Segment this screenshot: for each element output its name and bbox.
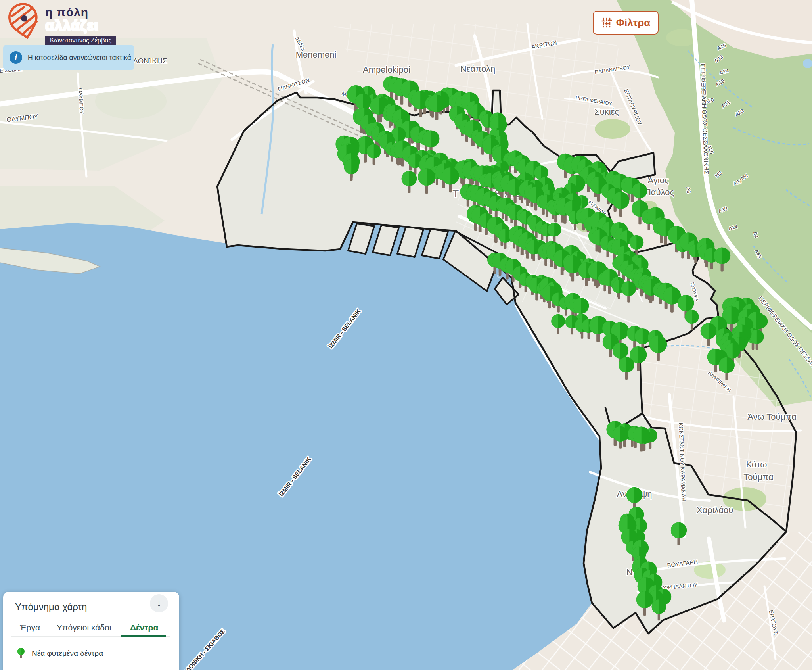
map-label: Νεάπολη (460, 64, 495, 74)
legend-collapse-button[interactable]: ↓ (150, 594, 168, 612)
svg-text:αλλάζει: αλλάζει (45, 18, 99, 34)
map-label: Χαριλάου (697, 505, 733, 515)
map-label: Άγιος (647, 175, 668, 185)
logo-pin-dot (21, 15, 27, 22)
site-logo[interactable]: η πόλη αλλάζει Κωνσταντίνος Ζέρβας (6, 3, 116, 45)
chevron-down-icon: ↓ (157, 598, 161, 609)
logo-pin-icon (6, 3, 42, 40)
legend-card: Υπόμνημα χάρτη ↓ Έργα Υπόγειοι κάδοι Δέν… (3, 592, 179, 670)
map-label: Τούμπα (743, 472, 774, 482)
map-label: Α6 (685, 186, 692, 194)
map-viewport: MenemeniAmpelokipoiΝεάποληΣυκιέςΆνω Πόλη… (0, 0, 812, 670)
logo-title-line1: η πόλη (45, 6, 88, 18)
banner-text: Η ιστοσελίδα ανανεώνεται τακτικά (28, 54, 131, 62)
map-canvas[interactable]: MenemeniAmpelokipoiΝεάποληΣυκιέςΆνω Πόλη… (0, 0, 812, 670)
tree-icon (17, 647, 25, 659)
legend-tabs: Έργα Υπόγειοι κάδοι Δέντρα (3, 623, 179, 636)
map-label: Παύλος (645, 187, 674, 197)
info-banner: i Η ιστοσελίδα ανανεώνεται τακτικά (3, 45, 134, 70)
logo-title-line2: αλλάζει (45, 18, 105, 34)
tab-ypogeioi-kadoi[interactable]: Υπόγειοι κάδοι (57, 623, 111, 632)
active-tab-underline (121, 635, 166, 637)
filters-label: Φίλτρα (616, 17, 651, 29)
tab-erga[interactable]: Έργα (20, 623, 40, 632)
map-label: Ampelokipoi (363, 65, 410, 75)
map-label: Άνω Τούμπα (747, 412, 797, 422)
legend-item-new-trees: Νέα φυτεμένα δέντρα (17, 647, 103, 659)
legend-item-label: Νέα φυτεμένα δέντρα (32, 649, 103, 658)
sliders-icon (601, 17, 612, 28)
tab-dentra[interactable]: Δέντρα (130, 623, 159, 632)
map-label: Κάτω (746, 459, 767, 469)
pond (803, 59, 812, 68)
legend-title: Υπόμνημα χάρτη (15, 601, 87, 612)
map-label: Συκιές (594, 107, 619, 117)
filters-button[interactable]: Φίλτρα (593, 11, 659, 35)
logo-subtitle: Κωνσταντίνος Ζέρβας (45, 36, 116, 45)
info-icon: i (10, 51, 22, 64)
